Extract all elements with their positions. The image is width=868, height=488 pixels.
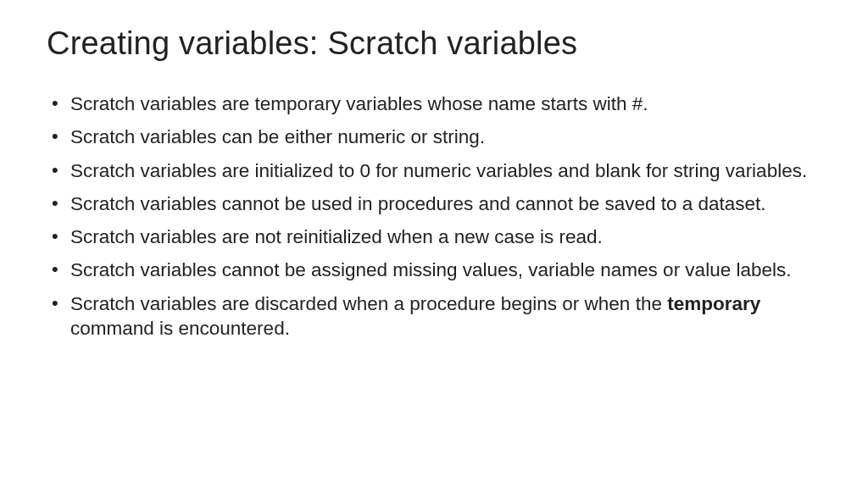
bullet-list: Scratch variables are temporary variable… xyxy=(47,92,821,341)
bullet-text-bold: temporary xyxy=(667,293,760,314)
list-item: Scratch variables cannot be assigned mis… xyxy=(67,258,821,282)
list-item: Scratch variables are discarded when a p… xyxy=(67,291,821,341)
list-item: Scratch variables can be either numeric … xyxy=(67,125,821,149)
slide-title: Creating variables: Scratch variables xyxy=(47,25,821,62)
list-item: Scratch variables are initialized to 0 f… xyxy=(67,158,821,183)
list-item: Scratch variables are not reinitialized … xyxy=(67,225,821,249)
bullet-text-post: command is encountered. xyxy=(70,318,290,339)
list-item: Scratch variables cannot be used in proc… xyxy=(67,191,821,216)
bullet-text-pre: Scratch variables are discarded when a p… xyxy=(70,293,667,314)
list-item: Scratch variables are temporary variable… xyxy=(67,92,821,116)
